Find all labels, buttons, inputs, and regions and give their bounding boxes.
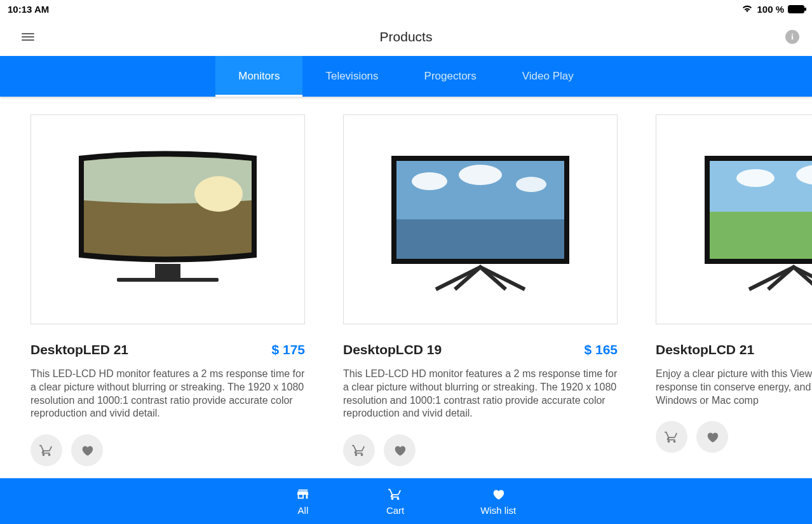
heart-icon	[80, 443, 94, 457]
product-title: DesktopLCD 21	[656, 342, 754, 357]
cart-icon	[665, 430, 679, 444]
add-to-wishlist-button[interactable]	[696, 421, 728, 453]
cart-icon	[39, 443, 53, 457]
product-card[interactable]: DesktopLCD 21 Enjoy a clear picture with…	[656, 114, 812, 466]
product-grid[interactable]: DesktopLED 21 $ 175 This LED-LCD HD moni…	[0, 97, 812, 466]
svg-point-6	[412, 172, 447, 190]
add-to-wishlist-button[interactable]	[71, 434, 103, 466]
battery-icon	[788, 5, 804, 13]
tab-televisions[interactable]: Televisions	[302, 56, 401, 97]
product-title: DesktopLED 21	[30, 342, 128, 357]
svg-point-0	[194, 176, 243, 212]
product-image	[343, 114, 618, 324]
product-price: $ 175	[271, 342, 305, 357]
product-image	[30, 114, 305, 324]
status-right: 100 %	[741, 4, 804, 15]
product-price: $ 165	[584, 342, 618, 357]
nav-all[interactable]: All	[296, 487, 310, 516]
product-image	[656, 114, 812, 324]
tab-label: Progectors	[424, 70, 477, 83]
nav-cart[interactable]: Cart	[386, 487, 404, 516]
tab-progectors[interactable]: Progectors	[402, 56, 499, 97]
status-time: 10:13 AM	[8, 4, 49, 15]
app-bar: Products i	[0, 18, 812, 56]
store-icon	[296, 487, 310, 501]
add-to-cart-button[interactable]	[343, 434, 375, 466]
wifi-icon	[741, 4, 753, 13]
svg-rect-5	[396, 219, 564, 259]
info-button[interactable]: i	[785, 30, 799, 44]
nav-label: Cart	[386, 505, 404, 516]
status-bar: 10:13 AM 100 %	[0, 0, 812, 18]
add-to-wishlist-button[interactable]	[384, 434, 416, 466]
hamburger-icon	[22, 31, 34, 43]
page-title: Products	[380, 29, 433, 45]
heart-icon	[393, 443, 407, 457]
tab-label: Televisions	[325, 70, 378, 83]
product-title: DesktopLCD 19	[343, 342, 442, 357]
tab-label: Monitors	[238, 70, 280, 83]
product-card[interactable]: DesktopLCD 19 $ 165 This LED-LCD HD moni…	[343, 114, 618, 466]
product-description: This LED-LCD HD monitor features a 2 ms …	[343, 368, 618, 420]
svg-rect-1	[155, 264, 180, 279]
menu-button[interactable]	[13, 22, 43, 52]
product-card[interactable]: DesktopLED 21 $ 175 This LED-LCD HD moni…	[30, 114, 305, 466]
svg-point-7	[459, 165, 502, 185]
cart-icon	[352, 443, 366, 457]
heart-icon	[705, 430, 719, 444]
tab-monitors[interactable]: Monitors	[215, 56, 302, 97]
tab-video-play[interactable]: Video Play	[499, 56, 597, 97]
nav-wishlist[interactable]: Wish list	[480, 487, 516, 516]
svg-point-8	[516, 177, 546, 192]
add-to-cart-button[interactable]	[656, 421, 687, 453]
cart-icon	[388, 487, 402, 501]
category-tabs: Monitors Televisions Progectors Video Pl…	[0, 56, 812, 97]
tab-label: Video Play	[522, 70, 574, 83]
info-icon: i	[791, 32, 794, 42]
bottom-nav: All Cart Wish list	[0, 478, 812, 524]
svg-point-12	[736, 169, 775, 187]
status-battery-text: 100 %	[757, 4, 784, 15]
product-description: This LED-LCD HD monitor features a 2 ms …	[30, 368, 305, 420]
heart-icon	[491, 487, 505, 501]
product-description: Enjoy a clear picture with this View whi…	[656, 368, 812, 407]
nav-label: Wish list	[480, 505, 516, 516]
svg-rect-2	[117, 278, 219, 282]
add-to-cart-button[interactable]	[30, 434, 62, 466]
nav-label: All	[298, 505, 309, 516]
